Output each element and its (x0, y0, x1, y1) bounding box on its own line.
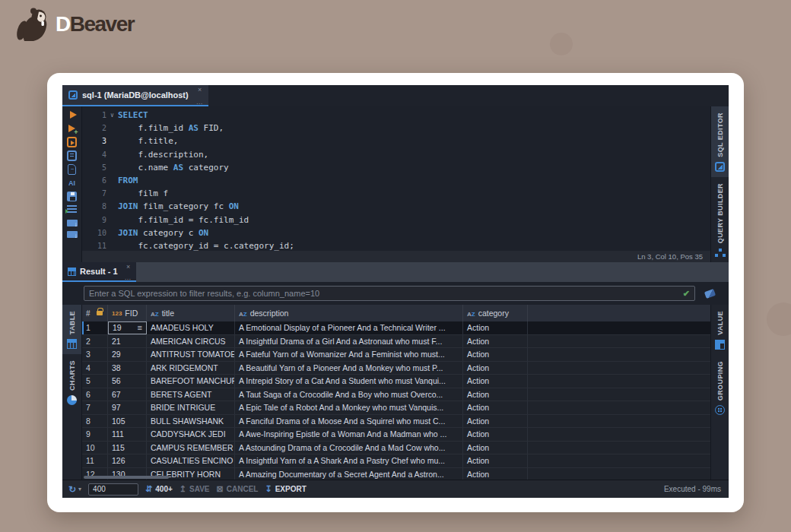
cell-title[interactable]: BRIDE INTRIGUE (147, 401, 235, 414)
script-log-icon[interactable] (67, 205, 77, 214)
cell-title[interactable]: BERETS AGENT (147, 388, 235, 401)
cell-fid[interactable]: 29 (108, 348, 147, 361)
cell-category[interactable]: Action (463, 335, 528, 348)
row-number-cell[interactable]: 6 (82, 388, 108, 401)
cell-title[interactable]: ARK RIDGEMONT (147, 362, 235, 375)
cell-description[interactable]: A Beautiful Yarn of a Pioneer And a Monk… (235, 362, 463, 375)
cell-description[interactable]: A Amazing Documentary of a Secret Agent … (235, 468, 463, 480)
column-header-category[interactable]: AZcategory (463, 305, 528, 321)
cell-title[interactable]: CASUALTIES ENCINO (147, 454, 235, 467)
table-row[interactable]: 119≡AMADEUS HOLYA Emotional Display of a… (82, 321, 710, 335)
cell-fid[interactable]: 67 (108, 388, 147, 401)
cell-fid[interactable]: 56 (108, 375, 147, 388)
table-row[interactable]: 329ANTITRUST TOMATOESA Fateful Yarn of a… (82, 348, 710, 362)
table-row[interactable]: 556BAREFOOT MANCHURIANA Intrepid Story o… (82, 375, 710, 388)
explain-plan-icon[interactable] (67, 150, 77, 161)
row-number-cell[interactable]: 2 (82, 335, 108, 348)
cell-title[interactable]: BAREFOOT MANCHURIAN (147, 375, 235, 388)
save-button[interactable]: ↥ SAVE (179, 484, 210, 494)
column-header-title[interactable]: AZtitle (147, 305, 235, 321)
cell-fid[interactable]: 19≡ (108, 321, 147, 334)
refresh-dropdown-icon[interactable]: ▾ (78, 486, 81, 492)
cell-description[interactable]: A Epic Tale of a Robot And a Monkey who … (235, 401, 463, 414)
cell-description[interactable]: A Insightful Yarn of a A Shark And a Pas… (235, 454, 463, 467)
row-header-corner[interactable]: # (82, 305, 108, 321)
cell-category[interactable]: Action (463, 362, 528, 375)
filter-input[interactable] (89, 289, 681, 298)
close-icon[interactable]: × (198, 87, 202, 93)
column-header-description[interactable]: AZdescription (235, 305, 463, 321)
row-number-cell[interactable]: 1 (82, 321, 108, 334)
cell-category[interactable]: Action (463, 348, 528, 361)
cancel-button[interactable]: ⊠ CANCEL (217, 484, 259, 494)
row-number-cell[interactable]: 9 (82, 428, 108, 441)
row-number-cell[interactable]: 4 (82, 362, 108, 375)
tab-result-1[interactable]: Result - 1 × … (62, 262, 136, 282)
table-row[interactable]: 667BERETS AGENTA Taut Saga of a Crocodil… (82, 388, 710, 402)
cell-title[interactable]: ANTITRUST TOMATOES (147, 348, 235, 361)
cell-fid[interactable]: 126 (108, 454, 147, 467)
tab-value[interactable]: VALUE (711, 305, 729, 355)
refresh-icon[interactable]: ↻ (68, 484, 76, 495)
table-row[interactable]: 797BRIDE INTRIGUEA Epic Tale of a Robot … (82, 401, 710, 415)
execute-query-icon[interactable] (66, 109, 78, 121)
cell-category[interactable]: Action (463, 375, 528, 388)
clear-filter-icon[interactable] (704, 289, 716, 299)
cell-description[interactable]: A Taut Saga of a Crocodile And a Boy who… (235, 388, 463, 401)
cell-category[interactable]: Action (463, 401, 528, 414)
horizontal-scrollbar[interactable] (84, 476, 169, 479)
column-header-FID[interactable]: 123FID (108, 305, 147, 321)
tab-table[interactable]: TABLE (62, 305, 81, 354)
cell-fid[interactable]: 97 (108, 401, 147, 414)
cell-fid[interactable]: 21 (108, 335, 147, 348)
cell-title[interactable]: AMADEUS HOLY (147, 321, 235, 334)
tab-grouping[interactable]: GROUPING (711, 355, 729, 420)
table-row[interactable]: 10115CAMPUS REMEMBERA Astounding Drama o… (82, 442, 710, 455)
cell-title[interactable]: AMERICAN CIRCUS (147, 335, 235, 348)
ai-assistant-icon[interactable]: AI (66, 177, 78, 189)
cell-fid[interactable]: 105 (108, 415, 147, 428)
cell-description[interactable]: A Insightful Drama of a Girl And a Astro… (235, 335, 463, 348)
tab-charts[interactable]: CHARTS (62, 354, 81, 410)
cell-description[interactable]: A Intrepid Story of a Cat And a Student … (235, 375, 463, 388)
cell-fid[interactable]: 111 (108, 428, 147, 441)
cell-category[interactable]: Action (463, 468, 528, 480)
row-number-cell[interactable]: 5 (82, 375, 108, 388)
apply-filter-icon[interactable]: ✔ (681, 289, 692, 299)
fetch-size-input[interactable] (88, 483, 138, 496)
code-area[interactable]: 1∨SELECT2 f.film_id AS FID,3 f.title,4 f… (82, 106, 710, 251)
table-row[interactable]: 9111CADDYSHACK JEDIA Awe-Inspiring Epist… (82, 428, 710, 442)
cell-description[interactable]: A Emotional Display of a Pioneer And a T… (235, 321, 463, 334)
cell-title[interactable]: CADDYSHACK JEDI (147, 428, 235, 441)
tab-sql-editor[interactable]: SQL EDITOR (711, 106, 729, 177)
row-number-cell[interactable]: 11 (82, 454, 108, 467)
cell-description[interactable]: A Fateful Yarn of a Womanizer And a Femi… (235, 348, 463, 361)
row-number-cell[interactable]: 8 (82, 415, 108, 428)
tab-sql-editor-file[interactable]: sql-1 (MariaDB@localhost) × … (62, 85, 208, 106)
fold-icon[interactable]: ∨ (106, 112, 118, 119)
cell-category[interactable]: Action (463, 415, 528, 428)
cell-category[interactable]: Action (463, 454, 528, 467)
load-script-icon[interactable] (67, 220, 78, 226)
cell-category[interactable]: Action (463, 428, 528, 441)
cell-menu-icon[interactable]: ≡ (138, 324, 142, 331)
table-row[interactable]: 221AMERICAN CIRCUSA Insightful Drama of … (82, 335, 710, 349)
cell-title[interactable]: BULL SHAWSHANK (147, 415, 235, 428)
cell-category[interactable]: Action (463, 388, 528, 401)
cell-title[interactable]: CAMPUS REMEMBER (147, 442, 235, 454)
table-row[interactable]: 12130CELEBRITY HORNA Amazing Documentary… (82, 468, 710, 480)
cell-description[interactable]: A Awe-Inspiring Epistle of a Woman And a… (235, 428, 463, 441)
row-number-cell[interactable]: 10 (82, 442, 108, 454)
table-row[interactable]: 438ARK RIDGEMONTA Beautiful Yarn of a Pi… (82, 362, 710, 375)
cell-description[interactable]: A Fanciful Drama of a Moose And a Squirr… (235, 415, 463, 428)
tab-query-builder[interactable]: QUERY BUILDER (711, 177, 729, 263)
cell-category[interactable]: Action (463, 442, 528, 454)
fetch-next-button[interactable]: ⇵ 400+ (145, 484, 173, 494)
close-icon[interactable]: × (126, 264, 130, 270)
export-button[interactable]: ↧ EXPORT (265, 484, 306, 494)
table-row[interactable]: 8105BULL SHAWSHANKA Fanciful Drama of a … (82, 415, 710, 429)
row-number-cell[interactable]: 3 (82, 348, 108, 361)
save-script-icon[interactable] (67, 231, 78, 238)
execute-query-new-tab-icon[interactable] (66, 122, 78, 135)
table-row[interactable]: 11126CASUALTIES ENCINOA Insightful Yarn … (82, 454, 710, 468)
